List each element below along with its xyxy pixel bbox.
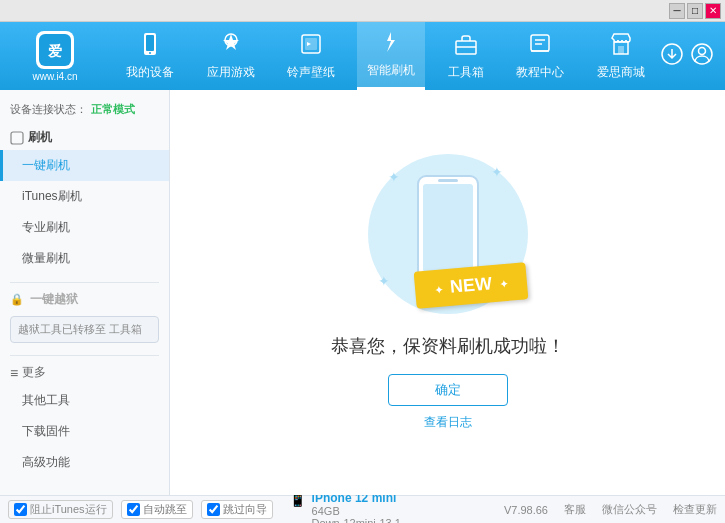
more-section: ≡ 更多 其他工具 下载固件 高级功能 (0, 360, 169, 478)
svg-text:爱: 爱 (48, 43, 62, 59)
jailbreak-header: 🔒 一键越狱 (0, 287, 169, 312)
sidebar: 设备连接状态： 正常模式 刷机 一键刷机 iTunes刷机 专业刷机 微量刷机 (0, 90, 170, 495)
flash-section-label: 刷机 (28, 129, 52, 146)
nav-label-my-device: 我的设备 (126, 64, 174, 81)
sidebar-item-download-firmware[interactable]: 下载固件 (0, 416, 169, 447)
status-bar: 设备连接状态： 正常模式 (0, 98, 169, 125)
store-icon (609, 32, 633, 60)
toolbox-icon (454, 32, 478, 60)
nav-label-smart-flash: 智能刷机 (367, 62, 415, 79)
svg-point-4 (149, 52, 151, 54)
nav-item-tutorial[interactable]: 教程中心 (506, 22, 574, 90)
lock-icon: 🔒 (10, 293, 24, 306)
itunes-running-status[interactable]: 阻止iTunes运行 (8, 500, 113, 519)
footer: 阻止iTunes运行 自动跳至 跳过向导 📱 iPhone 12 mini 64… (0, 495, 725, 523)
title-bar: ─ □ ✕ (0, 0, 725, 22)
logo-area: 爱 www.i4.cn (0, 31, 110, 82)
svg-rect-15 (618, 46, 624, 54)
device-system: Down-12mini-13,1 (312, 517, 401, 524)
nav-item-my-device[interactable]: 我的设备 (116, 22, 184, 90)
divider-2 (10, 355, 159, 356)
check-update-link[interactable]: 检查更新 (673, 502, 717, 517)
header: 爱 www.i4.cn 我的设备 应用游戏 铃声壁纸 (0, 22, 725, 90)
svg-rect-10 (531, 35, 549, 51)
sidebar-item-pro-flash[interactable]: 专业刷机 (0, 212, 169, 243)
minimize-button[interactable]: ─ (669, 3, 685, 19)
device-details: iPhone 12 mini 64GB Down-12mini-13,1 (312, 491, 401, 524)
wechat-link[interactable]: 微信公众号 (602, 502, 657, 517)
jailbreak-notice: 越狱工具已转移至 工具箱 (10, 316, 159, 343)
jailbreak-section: 🔒 一键越狱 越狱工具已转移至 工具箱 (0, 287, 169, 347)
auto-jump-checkbox[interactable] (127, 503, 140, 516)
skip-wizard-label: 跳过向导 (223, 502, 267, 517)
nav-item-store[interactable]: 爱思商城 (587, 22, 655, 90)
nav-item-ringtone[interactable]: 铃声壁纸 (277, 22, 345, 90)
sidebar-item-itunes-flash[interactable]: iTunes刷机 (0, 181, 169, 212)
device-info-block: 📱 iPhone 12 mini 64GB Down-12mini-13,1 (285, 491, 401, 524)
nav-label-apps-games: 应用游戏 (207, 64, 255, 81)
nav-right (661, 43, 725, 70)
nav-item-toolbox[interactable]: 工具箱 (438, 22, 494, 90)
success-illustration: ✦ ✦ ✦ NEW (368, 154, 528, 314)
sidebar-item-other-tools[interactable]: 其他工具 (0, 385, 169, 416)
phone-circle: ✦ ✦ ✦ NEW (368, 154, 528, 314)
nav-item-smart-flash[interactable]: 智能刷机 (357, 22, 425, 90)
apps-games-icon (219, 32, 243, 60)
more-section-header: ≡ 更多 (0, 360, 169, 385)
download-button[interactable] (661, 43, 683, 70)
content-area: ✦ ✦ ✦ NEW 恭喜您，保资料刷机成功啦！ 确定 查看日志 (170, 90, 725, 495)
nav-label-toolbox: 工具箱 (448, 64, 484, 81)
sidebar-item-one-click-flash[interactable]: 一键刷机 (0, 150, 169, 181)
flash-section-header: 刷机 (0, 125, 169, 150)
logo-icon: 爱 (36, 31, 74, 69)
view-log-link[interactable]: 查看日志 (424, 414, 472, 431)
nav-items: 我的设备 应用游戏 铃声壁纸 智能刷机 工具箱 (110, 22, 661, 90)
auto-jump-checkbox-label[interactable]: 自动跳至 (121, 500, 193, 519)
confirm-button[interactable]: 确定 (388, 374, 508, 406)
sidebar-item-save-flash[interactable]: 微量刷机 (0, 243, 169, 274)
success-message: 恭喜您，保资料刷机成功啦！ (331, 334, 565, 358)
itunes-running-label: 阻止iTunes运行 (30, 502, 107, 517)
tutorial-icon (528, 32, 552, 60)
nav-label-tutorial: 教程中心 (516, 64, 564, 81)
my-device-icon (138, 32, 162, 60)
sparkle-tr: ✦ (491, 164, 503, 180)
smart-flash-icon (379, 30, 403, 58)
nav-label-store: 爱思商城 (597, 64, 645, 81)
version-text: V7.98.66 (504, 504, 548, 516)
svg-rect-23 (438, 179, 458, 182)
svg-rect-3 (146, 35, 154, 51)
main-area: 设备连接状态： 正常模式 刷机 一键刷机 iTunes刷机 专业刷机 微量刷机 (0, 90, 725, 495)
device-storage: 64GB (312, 505, 401, 517)
svg-rect-19 (11, 132, 23, 144)
flash-section: 刷机 一键刷机 iTunes刷机 专业刷机 微量刷机 (0, 125, 169, 274)
sidebar-item-advanced[interactable]: 高级功能 (0, 447, 169, 478)
close-button[interactable]: ✕ (705, 3, 721, 19)
more-label: 更多 (22, 364, 46, 381)
skip-wizard-checkbox-label[interactable]: 跳过向导 (201, 500, 273, 519)
divider-1 (10, 282, 159, 283)
auto-jump-label: 自动跳至 (143, 502, 187, 517)
status-value: 正常模式 (91, 102, 135, 117)
skip-wizard-checkbox[interactable] (207, 503, 220, 516)
nav-item-apps-games[interactable]: 应用游戏 (197, 22, 265, 90)
ringtone-icon (299, 32, 323, 60)
sparkle-bl: ✦ (378, 273, 390, 289)
footer-left: 阻止iTunes运行 自动跳至 跳过向导 📱 iPhone 12 mini 64… (8, 491, 504, 524)
maximize-button[interactable]: □ (687, 3, 703, 19)
jailbreak-label: 一键越狱 (30, 291, 78, 308)
itunes-running-checkbox[interactable] (14, 503, 27, 516)
svg-rect-21 (423, 184, 473, 272)
svg-point-18 (699, 47, 706, 54)
footer-right: V7.98.66 客服 微信公众号 检查更新 (504, 502, 717, 517)
status-label: 设备连接状态： (10, 102, 87, 117)
user-button[interactable] (691, 43, 713, 70)
nav-label-ringtone: 铃声壁纸 (287, 64, 335, 81)
logo-text: www.i4.cn (32, 71, 77, 82)
customer-service-link[interactable]: 客服 (564, 502, 586, 517)
sparkle-tl: ✦ (388, 169, 400, 185)
